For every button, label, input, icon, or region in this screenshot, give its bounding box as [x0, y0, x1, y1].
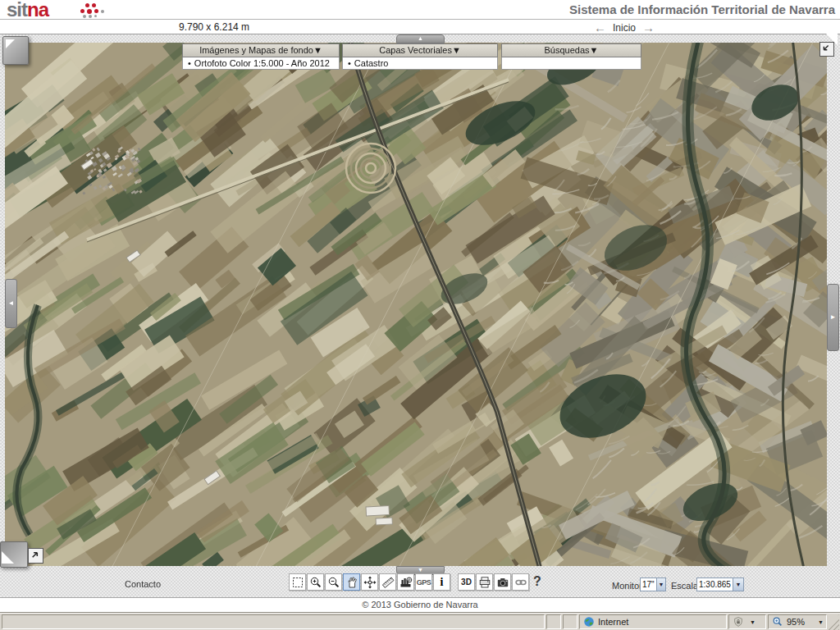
page-title: Sistema de Información Territorial de Na… [569, 0, 835, 19]
gps-button[interactable]: GPS [415, 573, 432, 591]
copyright-text: © 2013 Gobierno de Navarra [362, 600, 477, 609]
help-button[interactable]: ? [533, 574, 541, 589]
menu-capas-header[interactable]: Capas Vectoriales▼ [342, 43, 498, 57]
shield-lock-icon [733, 616, 744, 628]
arrow-sw-icon [820, 43, 832, 54]
map-tools-group: GPS i [289, 573, 450, 591]
ruler-icon [381, 576, 395, 589]
screenshot-button[interactable] [494, 573, 511, 591]
zoom-level-cell[interactable]: 95% ▼ [768, 614, 827, 629]
chevron-down-icon: ▼ [590, 45, 599, 55]
chevron-down-icon: ▼ [656, 578, 665, 591]
pan-hand-button[interactable] [343, 573, 360, 591]
sitna-application: sitna Sistema de Información Territorial… [0, 0, 840, 630]
collapse-right-button[interactable]: ► [827, 284, 839, 351]
chevron-left-icon: ◄ [8, 299, 15, 307]
pan-arrows-button[interactable] [361, 573, 378, 591]
header-bar: sitna Sistema de Información Territorial… [0, 0, 840, 20]
chevron-down-icon: ▼ [452, 45, 461, 55]
menu-capas: Capas Vectoriales▼ •Catastro [342, 43, 498, 70]
arrow-ne-icon [29, 549, 41, 561]
camera-icon [496, 576, 509, 589]
menu-busquedas-header[interactable]: Búsquedas▼ [501, 43, 641, 57]
scale-select[interactable]: 1:30.865 ▼ [696, 578, 744, 591]
chevron-right-icon: ► [830, 313, 837, 321]
nav-back-icon[interactable]: ← [594, 21, 606, 34]
globe-icon [583, 616, 595, 628]
nav-forward-icon[interactable]: → [642, 21, 655, 34]
buildings-icon [399, 576, 413, 589]
menu-busquedas: Búsquedas▼ [501, 43, 641, 70]
zoom-out-icon [327, 576, 340, 589]
gps-label: GPS [417, 578, 431, 587]
copyright-footer: © 2013 Gobierno de Navarra [0, 597, 840, 612]
menu-capas-selected-item[interactable]: •Catastro [342, 57, 498, 70]
street-map-button[interactable] [397, 573, 414, 591]
restore-bottom-left-button[interactable] [28, 548, 43, 564]
security-zone-cell[interactable]: Internet [579, 614, 727, 629]
magnifier-icon [772, 616, 783, 628]
security-zone-label: Internet [598, 617, 628, 627]
zoom-in-icon [309, 576, 322, 589]
chevron-down-icon: ▼ [815, 619, 826, 625]
3d-view-button[interactable]: 3D [458, 573, 475, 591]
zoom-level-value: 95% [787, 617, 805, 627]
maximize-top-left-button[interactable] [2, 36, 29, 65]
utility-tools-group: 3D [458, 573, 529, 591]
menu-busquedas-selected-item[interactable] [501, 57, 641, 70]
menu-imagenes-header[interactable]: Imágenes y Mapas de fondo▼ [182, 43, 340, 57]
arrow-nw-icon [6, 39, 15, 48]
corner-fold-bottom-left [2, 551, 14, 564]
chevron-down-icon: ▼ [733, 578, 743, 591]
protected-mode-cell[interactable]: ▼ [728, 614, 766, 629]
home-link[interactable]: Inicio [613, 22, 636, 34]
collapse-left-button[interactable]: ◄ [5, 279, 17, 328]
browser-status-bar: Internet ▼ 95% ▼ [0, 612, 840, 630]
chevron-down-icon: ▼ [418, 567, 423, 573]
status-cell-empty [563, 614, 578, 629]
zoom-in-button[interactable] [307, 573, 324, 591]
link-icon [514, 576, 527, 589]
logo-dots-icon [79, 3, 112, 18]
print-button[interactable] [476, 573, 493, 591]
zoom-box-icon [291, 576, 304, 589]
sub-header-bar [0, 20, 840, 34]
monitor-select[interactable]: 17" ▼ [640, 578, 666, 591]
contact-link[interactable]: Contacto [125, 579, 161, 589]
window-resize-grip[interactable] [828, 614, 839, 630]
restore-top-right-button[interactable] [819, 42, 834, 57]
hand-icon [345, 576, 358, 589]
move-icon [363, 576, 377, 589]
info-label: i [441, 576, 444, 589]
menu-imagenes: Imágenes y Mapas de fondo▼ •Ortofoto Col… [182, 43, 340, 70]
chevron-up-icon: ▲ [418, 35, 423, 41]
menu-imagenes-selected-item[interactable]: •Ortofoto Color 1:5.000 - Año 2012 [182, 57, 340, 70]
status-message-cell [2, 614, 545, 629]
map-extent-label: 9.790 x 6.214 m [179, 21, 249, 33]
3d-label: 3D [461, 578, 472, 587]
chevron-down-icon: ▼ [313, 45, 322, 55]
chevron-down-icon: ▼ [747, 619, 758, 625]
zoom-box-button[interactable] [289, 573, 306, 591]
sitna-logo[interactable]: sitna [7, 0, 48, 21]
measure-button[interactable] [379, 573, 396, 591]
collapse-top-button[interactable]: ▲ [396, 34, 445, 43]
share-link-button[interactable] [512, 573, 529, 591]
map-canvas[interactable] [5, 43, 827, 566]
printer-icon [478, 576, 491, 589]
home-navigation: ← Inicio → [594, 21, 655, 34]
info-button[interactable]: i [433, 573, 450, 591]
zoom-out-button[interactable] [325, 573, 342, 591]
status-cell-empty [546, 614, 561, 629]
